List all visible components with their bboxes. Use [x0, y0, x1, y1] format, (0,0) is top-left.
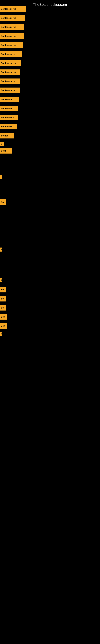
bottleneck-bar-17: Bottl	[0, 148, 12, 154]
bottleneck-bar-12: Bottleneck	[0, 106, 18, 111]
bottleneck-bar-22: Bo	[0, 287, 6, 292]
bottleneck-bar-9: Bottleneck re	[0, 78, 20, 84]
bottleneck-bar-7: Bottleneck res	[0, 60, 21, 66]
bottleneck-bar-20: B	[0, 248, 2, 252]
vertical-line-2	[1, 270, 1, 286]
bottleneck-bar-13: Bottleneck s	[0, 115, 18, 120]
bottleneck-bar-27: B	[0, 332, 2, 336]
bottleneck-bar-19: Bo	[0, 199, 6, 205]
vertical-line-1	[1, 169, 1, 181]
bottleneck-bar-25: Bott	[0, 314, 7, 320]
bottleneck-bar-18: |	[0, 175, 2, 179]
bottleneck-bar-11: Bottleneck r	[0, 96, 19, 102]
bottleneck-bar-6: Bottleneck re	[0, 51, 22, 57]
bottleneck-bar-23: Bo	[0, 296, 6, 302]
bottleneck-bar-15: Bottler	[0, 133, 14, 138]
bottleneck-bar-5: Bottleneck res	[0, 42, 23, 48]
bottleneck-bar-1: Bottleneck res	[0, 6, 26, 12]
bottleneck-bar-10: Bottleneck re	[0, 88, 20, 93]
bottleneck-bar-24: Bo	[0, 305, 6, 310]
bottleneck-bar-2: Bottleneck res	[0, 15, 25, 21]
bottleneck-bar-8: Bottleneck res	[0, 70, 20, 75]
bottleneck-bar-4: Bottleneck res	[0, 33, 24, 39]
bottleneck-bar-3: Bottleneck res	[0, 24, 24, 30]
bottleneck-bar-16: B	[0, 142, 3, 146]
bottleneck-bar-14: Bottleneck	[0, 124, 17, 130]
bottleneck-bar-21: B	[0, 278, 2, 282]
bottleneck-bar-26: Bott	[0, 323, 7, 329]
